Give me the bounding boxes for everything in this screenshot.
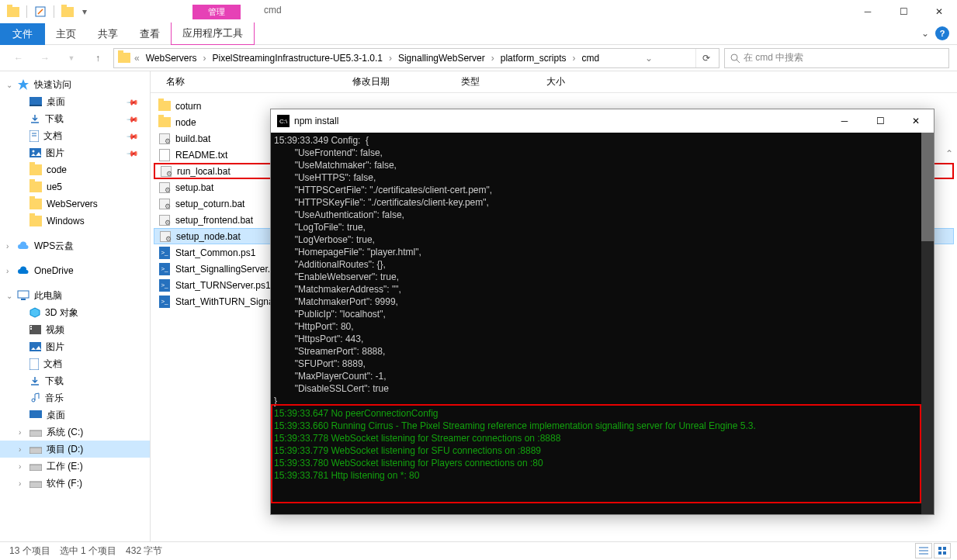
sidebar-wps[interactable]: ›WPS云盘 — [0, 237, 150, 254]
addr-seg-4[interactable]: cmd — [578, 51, 602, 65]
addr-chev-1[interactable]: › — [387, 53, 394, 64]
sidebar-videos[interactable]: 视频 — [0, 321, 150, 338]
addr-chev-2[interactable]: › — [490, 53, 496, 64]
console-line: 15:39:33.778 WebSocket listening for Str… — [274, 432, 918, 444]
console-line: "AdditionalRoutes": {}, — [274, 258, 931, 271]
statusbar: 13 个项目 选中 1 个项目 432 字节 — [0, 541, 957, 560]
sidebar-drive-f[interactable]: ›软件 (F:) — [0, 475, 150, 492]
nav-back-button[interactable]: ← — [8, 47, 29, 69]
sidebar-downloads2[interactable]: 下载 — [0, 372, 150, 389]
console-line: 15:39:33.779 WebSocket listening for SFU… — [274, 444, 918, 457]
sidebar-desktop2[interactable]: 桌面 — [0, 406, 150, 423]
sidebar-desktop[interactable]: 桌面📌 — [0, 93, 150, 110]
sidebar-quick-access[interactable]: ⌄快速访问 — [0, 76, 150, 93]
ps1-icon: >_ — [159, 296, 170, 308]
sidebar-ue5[interactable]: ue5 — [0, 178, 150, 195]
pin-icon: 📌 — [127, 112, 139, 125]
addr-seg-3[interactable]: platform_scripts — [498, 51, 570, 65]
picture-icon — [29, 148, 41, 157]
view-large-button[interactable] — [934, 543, 951, 558]
svg-marker-3 — [18, 79, 29, 90]
svg-rect-28 — [938, 551, 941, 555]
qat-dropdown-icon[interactable]: ▾ — [78, 5, 92, 19]
console-titlebar[interactable]: C:\ npm install ─ ☐ ✕ — [271, 109, 934, 133]
console-body[interactable]: 15:39:33.349 Config: { "UseFrontend": fa… — [271, 133, 934, 514]
col-name[interactable]: 名称 — [166, 75, 352, 88]
console-line: 15:39:33.660 Running Cirrus - The Pixel … — [274, 420, 918, 432]
sidebar-pictures[interactable]: 图片📌 — [0, 144, 150, 161]
ribbon-share-tab[interactable]: 共享 — [87, 23, 129, 45]
console-close-button[interactable]: ✕ — [898, 109, 934, 133]
bat-icon — [159, 215, 170, 226]
folder-icon — [158, 117, 171, 127]
nav-up-button[interactable]: ↑ — [87, 47, 109, 69]
folder-icon — [29, 216, 42, 226]
addr-chev-3[interactable]: › — [570, 53, 577, 64]
col-size[interactable]: 大小 — [546, 75, 609, 88]
svg-rect-19 — [29, 430, 42, 437]
sidebar-documents2[interactable]: 文档 — [0, 355, 150, 372]
svg-point-1 — [731, 54, 737, 60]
ribbon-file-tab[interactable]: 文件 — [0, 23, 45, 45]
addr-history-dropdown[interactable]: ⌄ — [643, 53, 654, 64]
svg-rect-27 — [943, 547, 946, 550]
sidebar-pictures2[interactable]: 图片 — [0, 338, 150, 355]
sidebar-drive-c[interactable]: ›系统 (C:) — [0, 423, 150, 441]
nav-recent-button[interactable]: ▼ — [61, 47, 82, 69]
console-line: "HomepageFile": "player.html", — [274, 246, 931, 258]
minimize-button[interactable]: ─ — [850, 0, 886, 23]
console-line: "MatchmakerAddress": "", — [274, 283, 931, 296]
ribbon-tab-manage[interactable]: 管理 — [192, 5, 241, 19]
svg-line-2 — [737, 60, 740, 63]
nav-forward-button[interactable]: → — [34, 47, 56, 69]
svg-rect-5 — [29, 105, 42, 106]
bat-icon — [159, 182, 170, 193]
addr-seg-1[interactable]: PixelStreamingInfrastructure-UE5.3-1.0.1 — [210, 51, 386, 65]
file-name: Start_SignallingServer.ps1 — [175, 264, 285, 275]
addr-seg-0[interactable]: WebServers — [143, 51, 200, 65]
close-button[interactable]: ✕ — [921, 0, 957, 23]
console-minimize-button[interactable]: ─ — [827, 109, 862, 133]
search-input[interactable]: 在 cmd 中搜索 — [724, 48, 949, 68]
addr-seg-2[interactable]: SignallingWebServer — [395, 51, 488, 65]
sidebar-drive-e[interactable]: ›工作 (E:) — [0, 458, 150, 475]
addr-chev-0[interactable]: › — [202, 53, 208, 64]
file-name: setup.bat — [175, 182, 213, 193]
sidebar-music[interactable]: 音乐 — [0, 389, 150, 406]
ribbon-tools-tab[interactable]: 应用程序工具 — [171, 22, 255, 45]
ribbon-view-tab[interactable]: 查看 — [129, 23, 171, 45]
picture-icon — [29, 342, 41, 351]
titlebar: ▾ 管理 cmd ─ ☐ ✕ — [0, 0, 957, 23]
address-box[interactable]: « WebServers › PixelStreamingInfrastruct… — [113, 48, 719, 68]
view-details-button[interactable] — [915, 543, 932, 558]
col-date[interactable]: 修改日期 — [352, 75, 461, 88]
svg-point-10 — [33, 150, 35, 153]
sidebar-windows[interactable]: Windows — [0, 213, 150, 230]
sidebar-onedrive[interactable]: ›OneDrive — [0, 262, 150, 279]
console-line: } — [274, 395, 931, 407]
sidebar-3d[interactable]: 3D 对象 — [0, 304, 150, 321]
console-scrollbar[interactable] — [921, 133, 934, 514]
column-sizer-icon[interactable]: ⌃ — [941, 148, 957, 159]
col-type[interactable]: 类型 — [461, 75, 546, 88]
sidebar-webservers[interactable]: WebServers — [0, 195, 150, 213]
download-icon — [29, 113, 40, 124]
sidebar-downloads[interactable]: 下载📌 — [0, 110, 150, 127]
console-line: "HTTPSCertFile": "./certificates/client-… — [274, 184, 931, 196]
sidebar-thispc[interactable]: ⌄此电脑 — [0, 287, 150, 304]
console-maximize-button[interactable]: ☐ — [862, 109, 898, 133]
console-scroll-thumb[interactable] — [921, 133, 934, 241]
sidebar-documents[interactable]: 文档📌 — [0, 127, 150, 144]
ribbon-expand-icon[interactable]: ⌄ — [921, 28, 929, 39]
refresh-button[interactable]: ⟳ — [695, 49, 716, 67]
ribbon-help-icon[interactable]: ? — [935, 26, 949, 40]
ribbon-home-tab[interactable]: 主页 — [45, 23, 87, 45]
console-line: 15:39:33.349 Config: { — [274, 134, 931, 147]
addr-root-chev[interactable]: « — [133, 53, 141, 64]
qat-open-icon[interactable] — [61, 5, 75, 19]
sidebar-code[interactable]: code — [0, 161, 150, 178]
maximize-button[interactable]: ☐ — [886, 0, 921, 23]
qat-properties-icon[interactable] — [33, 5, 47, 19]
svg-rect-14 — [30, 326, 32, 327]
sidebar-drive-d[interactable]: ›项目 (D:) — [0, 441, 150, 458]
